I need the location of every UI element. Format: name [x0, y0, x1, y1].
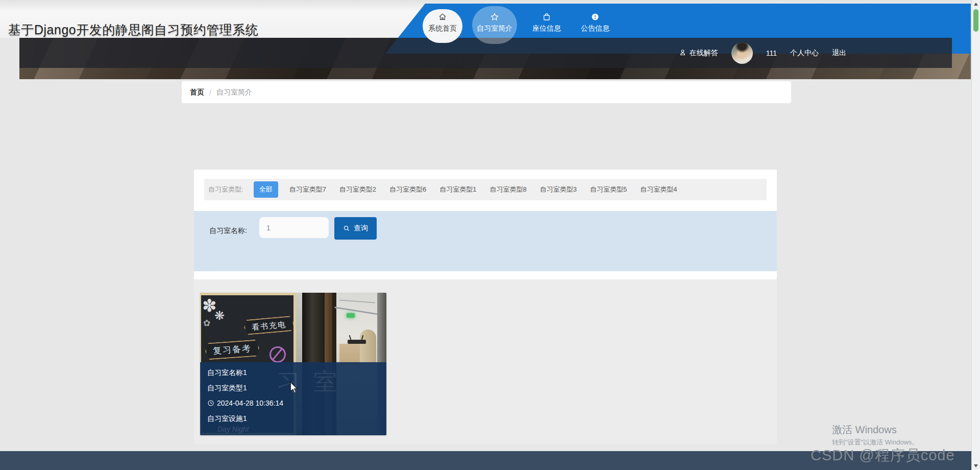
csdn-watermark: CSDN @程序员code — [811, 445, 955, 466]
search-section: 自习室名称: 查询 — [194, 211, 777, 271]
nav-item-label: 公告信息 — [581, 24, 609, 33]
home-icon — [438, 12, 447, 21]
nav-item-label: 系统首页 — [428, 24, 457, 33]
chalk-flower: ✿ — [203, 318, 210, 328]
filter-tag[interactable]: 自习室类型7 — [289, 185, 326, 194]
chalk-flower: ❋ — [214, 309, 225, 323]
search-icon — [343, 225, 350, 232]
room-card-overlay: 习室 Day Night 自习室名称1 自习室类型1 2024-04-28 10… — [200, 362, 386, 435]
activate-windows-watermark: 激活 Windows — [832, 423, 897, 437]
room-facility: 自习室设施1 — [207, 414, 379, 422]
room-type-filter: 自习室类型: 全部 自习室类型7 自习室类型2 自习室类型6 自习室类型1 自习… — [204, 179, 767, 200]
search-button[interactable]: 查询 — [334, 217, 377, 240]
room-name-input[interactable] — [259, 217, 329, 238]
clock-icon — [207, 400, 214, 407]
chalk-banner-2: 复习备考 — [205, 339, 260, 360]
nav-item-label: 座位信息 — [532, 24, 561, 33]
star-icon — [490, 12, 499, 21]
info-icon — [591, 12, 600, 21]
online-qa-link[interactable]: 在线解答 — [679, 49, 718, 58]
nav-item-study-room-intro[interactable]: 自习室简介 — [469, 8, 520, 48]
breadcrumb-separator: / — [209, 88, 211, 97]
nav-item-notice-info[interactable]: 公告信息 — [570, 8, 621, 48]
scroll-down-arrow-icon[interactable] — [974, 464, 978, 467]
scroll-up-arrow-icon[interactable] — [974, 3, 978, 6]
avatar[interactable] — [731, 42, 753, 64]
room-type-filter-label: 自习室类型: — [208, 185, 243, 194]
logout-link[interactable]: 退出 — [832, 49, 846, 58]
chalk-purple-mark — [268, 345, 287, 364]
username[interactable]: 111 — [766, 49, 777, 57]
user-bar-links: 在线解答 111 个人中心 退出 — [679, 38, 846, 68]
exit-sign — [347, 313, 355, 318]
room-time: 2024-04-28 10:36:14 — [207, 399, 379, 407]
room-name-label: 自习室名称: — [209, 226, 247, 236]
person-icon — [679, 49, 687, 58]
breadcrumb-current: 自习室简介 — [216, 88, 252, 97]
filter-tag-all[interactable]: 全部 — [254, 181, 278, 198]
online-qa-label: 在线解答 — [690, 49, 718, 58]
search-button-label: 查询 — [354, 224, 368, 233]
filter-tag[interactable]: 自习室类型5 — [590, 185, 627, 194]
filter-tag[interactable]: 自习室类型3 — [540, 185, 577, 194]
nav-item-label: 自习室简介 — [477, 24, 512, 33]
vertical-scrollbar[interactable] — [971, 0, 980, 470]
filter-tag[interactable]: 自习室类型6 — [389, 185, 426, 194]
breadcrumb: 首页 / 自习室简介 — [182, 81, 791, 103]
filter-tag[interactable]: 自习室类型4 — [640, 185, 677, 194]
nav-item-seat-info[interactable]: 座位信息 — [521, 8, 572, 48]
filter-tag[interactable]: 自习室类型8 — [490, 185, 527, 194]
filter-tag[interactable]: 自习室类型1 — [439, 185, 476, 194]
room-card[interactable]: ✽ ❋ ✿ 看书充电 复习备考 习室 Day Night 自习室名称1 自习室类… — [200, 293, 386, 435]
profile-link[interactable]: 个人中心 — [790, 49, 819, 58]
room-name: 自习室名称1 — [207, 368, 379, 377]
nav-item-home[interactable]: 系统首页 — [417, 8, 468, 48]
photo-router — [348, 340, 366, 344]
bag-icon — [542, 12, 551, 21]
chalk-banner-1: 看书充电 — [243, 316, 295, 335]
chalk-ghost-small: Day Night — [217, 425, 249, 433]
mouse-cursor — [289, 382, 299, 395]
filter-search-panel: 自习室类型: 全部 自习室类型7 自习室类型2 自习室类型6 自习室类型1 自习… — [194, 170, 777, 279]
scrollbar-thumb[interactable] — [973, 9, 978, 32]
page-title: 基于Django开发的静思阁自习预约管理系统 — [8, 21, 258, 38]
breadcrumb-home-link[interactable]: 首页 — [190, 88, 204, 97]
filter-tag[interactable]: 自习室类型2 — [339, 185, 376, 194]
